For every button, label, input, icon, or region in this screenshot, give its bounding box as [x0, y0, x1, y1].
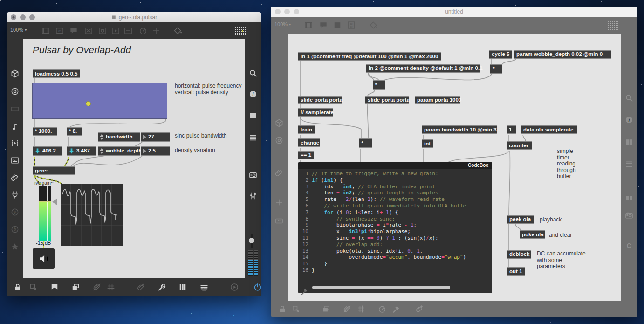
object-box-poke[interactable]: poke ola	[520, 230, 545, 239]
snapshot-camera-icon[interactable]	[248, 170, 258, 179]
snapshot-camera-icon[interactable]	[624, 211, 634, 220]
inspector-target-icon[interactable]	[274, 136, 284, 145]
attrui-wobble-value[interactable]: 2.5	[141, 146, 170, 156]
sidebar-columns-icon[interactable]	[624, 138, 634, 147]
hammer-icon[interactable]	[391, 304, 401, 314]
left-patcher-canvas[interactable]: Pulsar by Overlap-Add loadmess 0.5 0.5 h…	[23, 39, 245, 278]
zoom-button[interactable]	[29, 14, 35, 20]
new-codebox-icon[interactable]	[347, 21, 356, 30]
add-clip-icon[interactable]	[415, 304, 424, 314]
object-box-train[interactable]: train	[298, 125, 315, 134]
flonum-frequency[interactable]: 406.2	[33, 146, 62, 156]
new-object-icon[interactable]	[304, 21, 313, 30]
object-box-param-porta[interactable]: param porta 1000	[415, 96, 460, 104]
object-box-peek[interactable]: peek ola	[507, 215, 534, 224]
livegain-fader[interactable]	[39, 186, 51, 241]
close-button[interactable]	[275, 9, 281, 14]
console-list-icon[interactable]	[624, 159, 634, 169]
console-list-icon[interactable]	[248, 133, 258, 142]
info-icon[interactable]	[624, 115, 634, 124]
console-panel-icon[interactable]	[10, 104, 20, 114]
object-box-div-samplerate[interactable]: !/ samplerate	[298, 108, 333, 117]
object-box-eq-one[interactable]: == 1	[298, 151, 314, 159]
minimize-button[interactable]	[20, 14, 26, 20]
object-box-mul-top[interactable]: *	[490, 64, 502, 74]
new-number-icon[interactable]	[123, 26, 133, 35]
selection-cursor-icon[interactable]	[29, 283, 38, 292]
message-box-one[interactable]: 1	[507, 125, 516, 134]
grid-icon[interactable]	[356, 304, 366, 314]
image-icon[interactable]	[10, 156, 20, 165]
object-box-mul-mid[interactable]: *	[373, 80, 385, 90]
codebox-hscrollbar[interactable]	[312, 286, 450, 289]
add-plus-icon[interactable]	[274, 198, 284, 207]
compile-hammer-icon[interactable]	[300, 287, 309, 296]
object-box-gen[interactable]: gen~	[33, 166, 75, 175]
new-panel-icon[interactable]	[333, 21, 342, 30]
layers-icon[interactable]	[71, 283, 80, 292]
grid-icon[interactable]	[106, 283, 116, 292]
new-comment-icon[interactable]	[319, 21, 328, 30]
message-box-loadmess[interactable]: loadmess 0.5 0.5	[33, 69, 80, 78]
comment-slider[interactable]: horizontal: pulse frequency vertical: pu…	[175, 83, 241, 96]
new-comment-icon[interactable]	[69, 26, 78, 35]
favorites-star-icon[interactable]	[10, 242, 20, 251]
search-icon[interactable]	[248, 69, 258, 78]
minimize-button[interactable]	[284, 9, 290, 14]
object-box-cycle[interactable]: cycle 5	[489, 50, 512, 59]
sidebar-columns-icon[interactable]	[248, 111, 258, 120]
video-filmstrip-icon[interactable]	[10, 138, 20, 148]
new-button-icon[interactable]	[98, 26, 107, 35]
new-toggle-icon[interactable]	[84, 26, 93, 35]
plug-hardware-icon[interactable]	[10, 190, 20, 200]
layers-icon[interactable]	[322, 304, 331, 314]
object-box-int[interactable]: int	[422, 139, 433, 148]
circle-tool-icon[interactable]	[377, 304, 387, 314]
object-box-dcblock[interactable]: dcblock	[507, 250, 531, 259]
inspector-target-icon[interactable]	[10, 87, 20, 96]
add-more-icon[interactable]	[151, 26, 161, 35]
comment-dc[interactable]: DC can accumulatewith someparameters	[537, 251, 586, 270]
attachment-clip-icon[interactable]	[274, 168, 284, 178]
new-playbar-icon[interactable]	[111, 26, 120, 35]
object-box-mul-1000[interactable]: * 1000.	[33, 127, 57, 136]
piano-keys-icon[interactable]	[178, 283, 187, 292]
info-icon[interactable]	[248, 90, 258, 99]
comment-wobble[interactable]: density variation	[175, 147, 215, 154]
paint-bucket-icon[interactable]	[369, 21, 378, 30]
comment-bandwidth[interactable]: sinc pulse bandwidth	[175, 133, 226, 139]
pictslider-knob[interactable]	[86, 101, 91, 106]
object-box-slide-left[interactable]: slide porta porta	[298, 96, 342, 104]
comment-counter[interactable]: simpletimerreadingthroughbuffer	[557, 148, 576, 180]
new-message-icon[interactable]	[55, 26, 64, 35]
object-box-param-wobble[interactable]: param wobble_depth 0.02 @min 0	[514, 50, 611, 59]
play-circle-icon[interactable]	[230, 283, 239, 292]
tilde-signal-icon[interactable]	[274, 216, 284, 226]
attachment-clip-icon[interactable]	[10, 173, 20, 182]
new-dial-icon[interactable]	[138, 26, 148, 35]
ezdac-speaker-button[interactable]	[33, 248, 55, 269]
fader-handle-icon[interactable]	[52, 199, 57, 205]
object-box-change[interactable]: change	[298, 138, 320, 147]
object-box-data-ola[interactable]: data ola samplerate	[521, 125, 577, 134]
paint-bucket-icon[interactable]	[173, 26, 183, 35]
object-box-in2[interactable]: in 2 @comment density @default 1 @min 0.…	[366, 64, 480, 73]
reference-book-icon[interactable]	[624, 193, 634, 203]
flonum-density[interactable]: 3.487	[67, 146, 96, 156]
object-box-out1[interactable]: out 1	[507, 267, 525, 276]
lock-icon[interactable]	[278, 304, 287, 314]
volume-slider[interactable]	[251, 234, 253, 248]
object-box-in1[interactable]: in 1 @comment freq @default 100 @min 1 @…	[298, 52, 441, 61]
close-button[interactable]	[11, 14, 16, 20]
object-box-mul-low[interactable]: *	[359, 138, 372, 148]
presentation-flag-icon[interactable]	[50, 283, 59, 292]
wrench-icon[interactable]	[157, 283, 166, 292]
audio-note-icon[interactable]	[10, 122, 20, 131]
patch-title-comment[interactable]: Pulsar by Overlap-Add	[33, 47, 131, 53]
audio-power-icon[interactable]	[253, 283, 261, 292]
object-box-param-bandwidth[interactable]: param bandwidth 10 @min 3	[422, 125, 497, 134]
object-box-counter[interactable]: counter	[507, 141, 532, 150]
attrui-bandwidth-value[interactable]: 27.	[141, 132, 170, 142]
object-palette-grid-icon[interactable]	[235, 27, 246, 35]
object-browser-icon[interactable]	[10, 69, 20, 78]
